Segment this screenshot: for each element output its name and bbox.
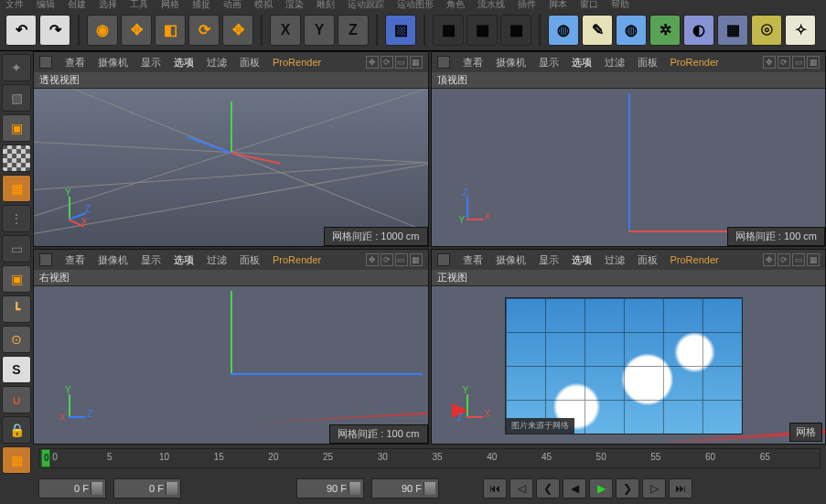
- vp-menu-view[interactable]: 查看: [65, 56, 85, 70]
- environment-button[interactable]: ◐: [683, 15, 714, 46]
- last-tool-button[interactable]: ✥: [222, 15, 253, 46]
- lock-button[interactable]: 🔒: [2, 416, 31, 444]
- axis-z-button[interactable]: Z: [338, 15, 369, 46]
- viewport-canvas[interactable]: Y Z X 网格间距 : 1000 cm: [34, 89, 428, 246]
- menu-item[interactable]: 网格: [161, 0, 179, 9]
- vp-menu-prorender[interactable]: ProRender: [670, 254, 719, 265]
- magnet-button[interactable]: ∪: [2, 386, 31, 413]
- vp-menu-filter[interactable]: 过滤: [207, 56, 227, 70]
- viewport-canvas[interactable]: Y Z X 网格间距 : 100 cm: [34, 286, 428, 444]
- edges-mode-button[interactable]: ▭: [2, 235, 31, 263]
- vp-menu-display[interactable]: 显示: [539, 56, 559, 70]
- move-tool-button[interactable]: ✥: [121, 15, 152, 46]
- vp-menu-filter[interactable]: 过滤: [207, 253, 227, 267]
- frame-current-field[interactable]: 0 F: [113, 478, 181, 499]
- step-fwd-button[interactable]: ▷: [642, 478, 666, 499]
- redo-button[interactable]: ↷: [39, 15, 70, 46]
- viewport-mode-icon[interactable]: [39, 253, 52, 266]
- texture-mode-button[interactable]: [2, 145, 31, 172]
- object-mode-button[interactable]: ▣: [2, 114, 31, 142]
- primitive-cube-button[interactable]: ◍: [548, 15, 579, 46]
- workplane-button[interactable]: ▦: [2, 175, 31, 202]
- vp-menu-filter[interactable]: 过滤: [605, 56, 625, 70]
- vp-nav-icon[interactable]: ▦: [410, 253, 423, 266]
- vp-nav-icon[interactable]: ✥: [366, 253, 379, 266]
- vp-menu-prorender[interactable]: ProRender: [670, 57, 719, 68]
- next-key-button[interactable]: ❯: [616, 478, 639, 499]
- snap-button[interactable]: S: [2, 356, 31, 383]
- viewport-top[interactable]: 查看 摄像机 显示 选项 过滤 面板 ProRender ✥ ⟳ ▭ ▦ 顶视图: [431, 51, 827, 247]
- frame-range-end-field[interactable]: 90 F: [371, 478, 439, 499]
- spline-pen-button[interactable]: ✎: [582, 15, 613, 46]
- vp-menu-options[interactable]: 选项: [174, 253, 194, 267]
- menu-item[interactable]: 模拟: [254, 0, 273, 9]
- vp-menu-options[interactable]: 选项: [572, 56, 592, 70]
- render-region-button[interactable]: ▦: [467, 15, 498, 46]
- vp-nav-icon[interactable]: ▦: [807, 56, 820, 69]
- vp-nav-icon[interactable]: ⟳: [778, 253, 790, 266]
- viewport-right[interactable]: 查看 摄像机 显示 选项 过滤 面板 ProRender ✥ ⟳ ▭ ▦ 右视图: [33, 249, 429, 445]
- misc-button[interactable]: ▦: [2, 446, 31, 474]
- vp-menu-display[interactable]: 显示: [539, 253, 559, 267]
- play-back-button[interactable]: ◀: [563, 478, 586, 499]
- vp-menu-camera[interactable]: 摄像机: [496, 56, 526, 70]
- tweak-button[interactable]: ⊙: [2, 326, 31, 353]
- model-mode-button[interactable]: ▧: [2, 84, 31, 112]
- vp-nav-icon[interactable]: ✥: [763, 56, 776, 69]
- vp-menu-prorender[interactable]: ProRender: [273, 254, 321, 265]
- viewport-mode-icon[interactable]: [437, 253, 450, 266]
- menu-item[interactable]: 渲染: [285, 0, 304, 9]
- play-button[interactable]: ▶: [589, 478, 613, 499]
- vp-menu-view[interactable]: 查看: [65, 253, 85, 267]
- viewport-canvas[interactable]: 图片来源于网络 Y X Z: [432, 286, 826, 444]
- vp-nav-icon[interactable]: ▦: [410, 56, 423, 69]
- viewport-mode-icon[interactable]: [437, 56, 450, 69]
- menu-item[interactable]: 窗口: [580, 0, 598, 9]
- render-button[interactable]: ▦: [433, 15, 464, 46]
- menu-item[interactable]: 运动图形: [397, 0, 434, 9]
- coord-system-button[interactable]: ▧: [385, 15, 416, 46]
- viewport-front[interactable]: 查看 摄像机 显示 选项 过滤 面板 ProRender ✥ ⟳ ▭ ▦ 正视图…: [431, 249, 827, 445]
- camera-button[interactable]: ⦾: [751, 15, 782, 46]
- vp-menu-camera[interactable]: 摄像机: [496, 253, 526, 267]
- floor-button[interactable]: ▦: [717, 15, 748, 46]
- axis-x-button[interactable]: X: [270, 15, 301, 46]
- vp-nav-icon[interactable]: ▭: [792, 253, 805, 266]
- vp-nav-icon[interactable]: ▭: [792, 56, 805, 69]
- menu-item[interactable]: 雕刻: [316, 0, 335, 9]
- vp-menu-options[interactable]: 选项: [572, 253, 592, 267]
- rotate-tool-button[interactable]: ⟳: [188, 15, 220, 46]
- vp-menu-filter[interactable]: 过滤: [605, 253, 625, 267]
- prev-key-button[interactable]: ❮: [536, 478, 560, 499]
- render-settings-button[interactable]: ▦: [500, 15, 531, 46]
- vp-nav-icon[interactable]: ▦: [807, 253, 820, 266]
- generator-button[interactable]: ◍: [616, 15, 647, 46]
- menu-item[interactable]: 运动跟踪: [348, 0, 384, 9]
- scale-tool-button[interactable]: ◧: [155, 15, 186, 46]
- menu-item[interactable]: 工具: [130, 0, 148, 9]
- menu-item[interactable]: 脚本: [549, 0, 567, 9]
- frame-start-field[interactable]: 0 F: [38, 478, 106, 499]
- menu-item[interactable]: 流水线: [477, 0, 505, 9]
- step-back-button[interactable]: ◁: [510, 478, 533, 499]
- vp-menu-prorender[interactable]: ProRender: [273, 57, 321, 68]
- frame-end-field[interactable]: 90 F: [296, 478, 364, 499]
- vp-menu-camera[interactable]: 摄像机: [98, 56, 128, 70]
- menu-item[interactable]: 文件: [5, 0, 24, 9]
- light-button[interactable]: ✧: [785, 15, 816, 46]
- vp-menu-display[interactable]: 显示: [141, 253, 161, 267]
- make-editable-button[interactable]: ✦: [2, 54, 31, 81]
- menu-item[interactable]: 创建: [68, 0, 86, 9]
- vp-nav-icon[interactable]: ▭: [395, 56, 408, 69]
- viewport-mode-icon[interactable]: [39, 56, 52, 69]
- vp-nav-icon[interactable]: ⟳: [381, 56, 393, 69]
- vp-nav-icon[interactable]: ✥: [366, 56, 379, 69]
- polys-mode-button[interactable]: ▣: [2, 265, 31, 293]
- menu-item[interactable]: 编辑: [37, 0, 55, 9]
- vp-menu-camera[interactable]: 摄像机: [98, 253, 128, 267]
- playhead[interactable]: 0: [41, 449, 50, 467]
- vp-menu-view[interactable]: 查看: [463, 56, 483, 70]
- menu-item[interactable]: 帮助: [611, 0, 629, 9]
- menu-item[interactable]: 插件: [518, 0, 536, 9]
- menu-item[interactable]: 选择: [99, 0, 117, 9]
